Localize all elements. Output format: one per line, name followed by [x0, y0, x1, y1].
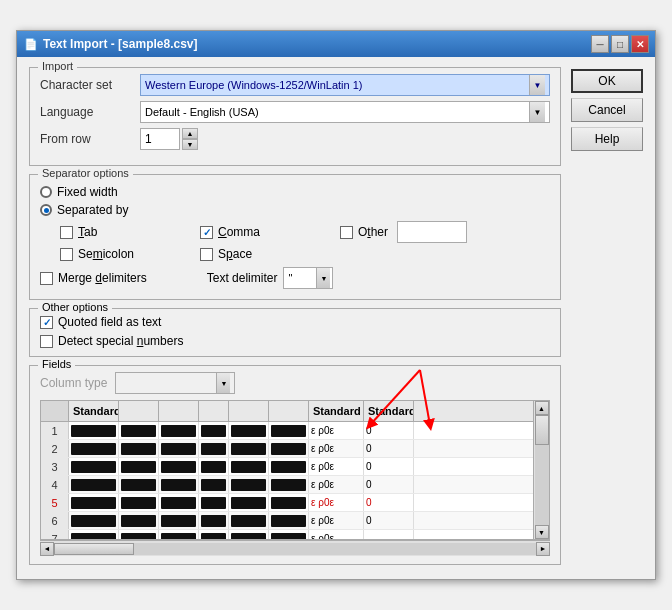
td-3-6	[269, 458, 309, 475]
td-5-1	[69, 494, 119, 511]
quoted-field-row: Quoted field as text	[40, 315, 550, 329]
text-delimiter-arrow[interactable]: ▼	[316, 268, 330, 288]
semicolon-checkbox[interactable]	[60, 248, 73, 261]
td-2-8: 0	[364, 440, 414, 457]
scroll-right-btn[interactable]: ►	[536, 542, 550, 556]
td-6-3	[159, 512, 199, 529]
h-scroll-track[interactable]	[54, 543, 536, 555]
table-row: 4 ε ρ0ε 0	[41, 476, 533, 494]
td-4-6	[269, 476, 309, 493]
fixed-width-radio[interactable]	[40, 186, 52, 198]
th-standard-3: Standard	[364, 401, 414, 421]
td-1-6	[269, 422, 309, 439]
semicolon-checkbox-row: Semicolon	[60, 247, 200, 261]
table-body: 1 ε ρ0ε 0	[41, 422, 533, 539]
merge-delimiters-checkbox[interactable]	[40, 272, 53, 285]
td-2-4	[199, 440, 229, 457]
spinner-up[interactable]: ▲	[182, 128, 198, 139]
scroll-down-btn[interactable]: ▼	[535, 525, 549, 539]
fields-group-label: Fields	[38, 358, 75, 370]
td-2-5	[229, 440, 269, 457]
tab-checkbox-row: Tab	[60, 221, 200, 243]
space-checkbox[interactable]	[200, 248, 213, 261]
other-text-input[interactable]	[397, 221, 467, 243]
scroll-up-btn[interactable]: ▲	[535, 401, 549, 415]
maximize-button[interactable]: □	[611, 35, 629, 53]
th-standard-2: Standard	[309, 401, 364, 421]
merge-delimiters-row: Merge delimiters	[40, 271, 147, 285]
main-panel: Import Character set Western Europe (Win…	[29, 67, 561, 569]
close-button[interactable]: ✕	[631, 35, 649, 53]
character-set-arrow[interactable]: ▼	[529, 75, 545, 95]
td-3-1	[69, 458, 119, 475]
ok-button[interactable]: OK	[571, 69, 643, 93]
column-type-label: Column type	[40, 376, 107, 390]
horizontal-scrollbar[interactable]: ◄ ►	[40, 540, 550, 556]
data-table: Standard Standard Standard	[40, 400, 550, 540]
th-col6	[269, 401, 309, 421]
other-options-label: Other options	[38, 301, 112, 313]
quoted-field-label: Quoted field as text	[58, 315, 161, 329]
td-4-2	[119, 476, 159, 493]
row-num-2: 2	[41, 440, 69, 457]
td-1-3	[159, 422, 199, 439]
scroll-track[interactable]	[535, 415, 549, 525]
column-type-combo[interactable]: ▼	[115, 372, 235, 394]
td-2-2	[119, 440, 159, 457]
table-row: 2 ε ρ0ε 0	[41, 440, 533, 458]
tab-checkbox[interactable]	[60, 226, 73, 239]
scroll-left-btn[interactable]: ◄	[40, 542, 54, 556]
space-label: Space	[218, 247, 252, 261]
other-options-group: Other options Quoted field as text Detec…	[29, 308, 561, 357]
minimize-button[interactable]: ─	[591, 35, 609, 53]
text-delimiter-combo[interactable]: " ▼	[283, 267, 333, 289]
td-3-5	[229, 458, 269, 475]
character-set-row: Character set Western Europe (Windows-12…	[40, 74, 550, 96]
comma-checkbox-row: Comma	[200, 221, 340, 243]
td-7-7: ε ρ0ε	[309, 530, 364, 539]
td-4-3	[159, 476, 199, 493]
vertical-scrollbar[interactable]: ▲ ▼	[533, 401, 549, 539]
separated-by-radio[interactable]	[40, 204, 52, 216]
help-button[interactable]: Help	[571, 127, 643, 151]
column-type-arrow[interactable]: ▼	[216, 373, 230, 393]
table-scroll: Standard Standard Standard	[41, 401, 533, 539]
window-icon: 📄	[23, 36, 39, 52]
h-scroll-thumb[interactable]	[54, 543, 134, 555]
td-6-8: 0	[364, 512, 414, 529]
character-set-combo[interactable]: Western Europe (Windows-1252/WinLatin 1)…	[140, 74, 550, 96]
th-col4	[199, 401, 229, 421]
row-num-6: 6	[41, 512, 69, 529]
td-3-8: 0	[364, 458, 414, 475]
td-7-3	[159, 530, 199, 539]
semicolon-label: Semicolon	[78, 247, 134, 261]
other-label: Other	[358, 225, 388, 239]
other-checkbox[interactable]	[340, 226, 353, 239]
text-delimiter-label: Text delimiter	[207, 271, 278, 285]
td-1-5	[229, 422, 269, 439]
main-window: 📄 Text Import - [sample8.csv] ─ □ ✕ Impo…	[16, 30, 656, 580]
separator-radio-group: Fixed width Separated by	[40, 185, 550, 217]
spinner-down[interactable]: ▼	[182, 139, 198, 150]
from-row-label: From row	[40, 132, 140, 146]
quoted-field-checkbox[interactable]	[40, 316, 53, 329]
detect-special-checkbox[interactable]	[40, 335, 53, 348]
text-delimiter-value: "	[286, 272, 292, 284]
td-3-4	[199, 458, 229, 475]
td-4-1	[69, 476, 119, 493]
language-arrow[interactable]: ▼	[529, 102, 545, 122]
language-combo[interactable]: Default - English (USA) ▼	[140, 101, 550, 123]
td-7-5	[229, 530, 269, 539]
tab-label: Tab	[78, 225, 97, 239]
td-4-8: 0	[364, 476, 414, 493]
td-1-7: ε ρ0ε	[309, 422, 364, 439]
import-group: Import Character set Western Europe (Win…	[29, 67, 561, 166]
th-row-num	[41, 401, 69, 421]
merge-text-delimiter-row: Merge delimiters Text delimiter " ▼	[40, 267, 550, 289]
from-row-input[interactable]: 1	[140, 128, 180, 150]
spinner-buttons: ▲ ▼	[182, 128, 198, 150]
scroll-thumb[interactable]	[535, 415, 549, 445]
comma-checkbox[interactable]	[200, 226, 213, 239]
cancel-button[interactable]: Cancel	[571, 98, 643, 122]
detect-special-label: Detect special numbers	[58, 334, 183, 348]
